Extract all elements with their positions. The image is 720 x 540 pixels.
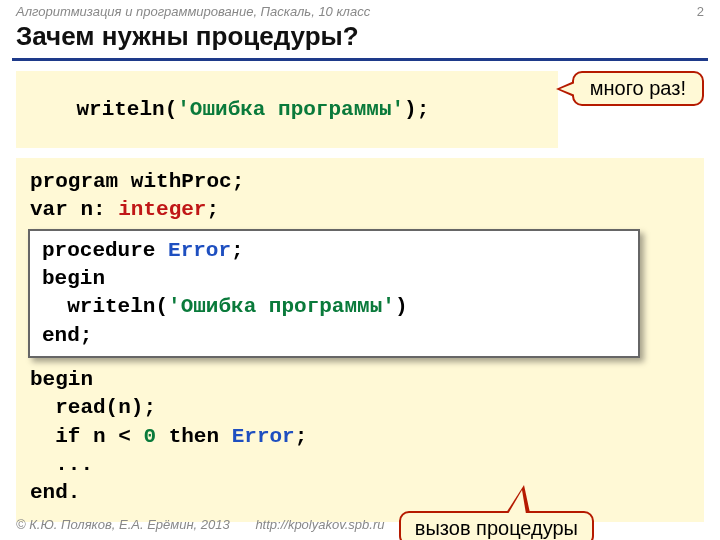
course-label: Алгоритмизация и программирование, Паска… (16, 4, 370, 19)
procedure-code: procedure Error; begin writeln('Ошибка п… (42, 237, 626, 350)
page-number: 2 (697, 4, 704, 19)
copyright: © К.Ю. Поляков, Е.А. Ерёмин, 2013 (16, 517, 230, 532)
footer-url: http://kpolyakov.spb.ru (255, 517, 384, 532)
main-code: begin read(n); if n < 0 then Error; ... … (30, 366, 690, 508)
footer: © К.Ю. Поляков, Е.А. Ерёмин, 2013 http:/… (16, 517, 384, 532)
paren: ( (165, 98, 178, 121)
code-block: program withProc; var n: integer; proced… (16, 158, 704, 522)
header-meta: Алгоритмизация и программирование, Паска… (0, 0, 720, 19)
procedure-box: procedure Error; begin writeln('Ошибка п… (28, 229, 640, 358)
close: ); (404, 98, 429, 121)
snippet-row: writeln('Ошибка программы'); много раз! (0, 71, 720, 148)
title-underline (12, 58, 708, 61)
callout-procedure-call: вызов процедуры (399, 511, 594, 540)
callout-many-times: много раз! (572, 71, 704, 106)
program-header: program withProc; var n: integer; (30, 168, 690, 225)
identifier: writeln (76, 98, 164, 121)
page-title: Зачем нужны процедуры? (16, 21, 704, 52)
string-literal: 'Ошибка программы' (177, 98, 404, 121)
code-snippet: writeln('Ошибка программы'); (16, 71, 558, 148)
